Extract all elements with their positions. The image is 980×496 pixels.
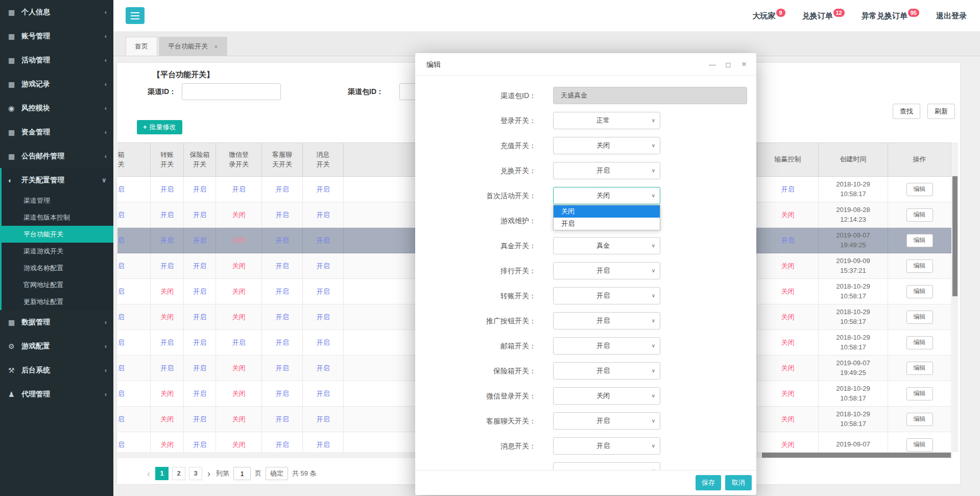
refresh-button[interactable]: 刷新 xyxy=(927,104,955,119)
sidebar-item[interactable]: ▦数据管理‹ xyxy=(0,310,113,334)
created-time-line: 10:58:17 xyxy=(819,394,888,404)
select-arrow-icon: ∨ xyxy=(652,338,655,354)
page-number-button[interactable]: 3 xyxy=(189,467,202,480)
modal-select[interactable]: 开启∨ xyxy=(553,337,660,355)
sidebar-subitem-active[interactable]: 平台功能开关 xyxy=(2,226,113,243)
select-value: 开启 xyxy=(554,162,660,179)
edit-button[interactable]: 编辑 xyxy=(906,285,933,298)
win-control-value: 关闭 xyxy=(781,339,795,346)
edit-button[interactable]: 编辑 xyxy=(906,311,933,324)
page-number-button[interactable]: 1 xyxy=(155,467,169,480)
dropdown-option[interactable]: 关闭 xyxy=(554,205,660,218)
edit-button[interactable]: 编辑 xyxy=(906,413,933,426)
goto-page-input[interactable] xyxy=(233,467,251,480)
switch-value: 开启 xyxy=(193,390,206,397)
switch-value: 开启 xyxy=(317,211,330,219)
tab-active[interactable]: 平台功能开关× xyxy=(159,37,227,56)
switch-cell: 开启 xyxy=(117,177,151,202)
close-icon[interactable]: × xyxy=(740,59,748,69)
sidebar-item[interactable]: ⚙游戏配置‹ xyxy=(0,334,113,358)
modal-select[interactable]: 开启∨ xyxy=(553,362,660,380)
created-time-line: 2019-09-07 xyxy=(819,231,888,241)
sidebar-item[interactable]: ▦账号管理‹ xyxy=(0,24,113,48)
sidebar-item[interactable]: ⚒后台系统‹ xyxy=(0,358,113,382)
modal-field-row: 兑换开关：开启∨ xyxy=(415,162,756,179)
edit-button[interactable]: 编辑 xyxy=(906,208,933,222)
sidebar-subitem[interactable]: 更新地址配置 xyxy=(2,293,113,310)
edit-button[interactable]: 编辑 xyxy=(906,387,933,400)
topbar-link[interactable]: 兑换订单12 xyxy=(802,11,844,21)
sidebar-toggle-button[interactable] xyxy=(126,7,145,24)
modal-select[interactable]: 开启∨ xyxy=(553,412,660,430)
modal-select[interactable]: 开启∨ xyxy=(553,437,660,455)
switch-cell: 开启 xyxy=(151,228,184,253)
modal-select[interactable]: ∨ xyxy=(553,462,660,470)
minimize-icon[interactable]: — xyxy=(708,60,716,68)
switch-cell: 开启 xyxy=(303,330,344,356)
vertical-scrollbar-thumb[interactable] xyxy=(952,176,958,296)
topbar-link[interactable]: 退出登录 xyxy=(936,11,967,21)
maximize-icon[interactable]: ◻ xyxy=(724,60,732,68)
modal-select[interactable]: 关闭∨ xyxy=(553,137,660,154)
chevron-left-icon: ‹ xyxy=(105,104,107,112)
batch-edit-button[interactable]: +批量修改 xyxy=(137,120,182,134)
tab[interactable]: 首页 xyxy=(126,37,157,56)
next-icon[interactable]: › xyxy=(206,467,212,480)
edit-button[interactable]: 编辑 xyxy=(906,259,933,273)
sidebar-subitem[interactable]: 游戏名称配置 xyxy=(2,259,113,276)
sidebar-subitem[interactable]: 渠道游戏开关 xyxy=(2,243,113,259)
switch-value: 开启 xyxy=(276,262,289,270)
modal-field-row: 排行开关：开启∨ xyxy=(415,262,756,279)
tab-close-icon[interactable]: × xyxy=(214,43,218,51)
topbar-link[interactable]: 异常兑换订单95 xyxy=(862,11,919,21)
goto-confirm-button[interactable]: 确定 xyxy=(266,467,288,480)
sidebar-subitem[interactable]: 渠道管理 xyxy=(2,192,113,209)
modal-select[interactable]: 开启∨ xyxy=(553,262,660,279)
modal-select[interactable]: 关闭∨ xyxy=(553,387,660,405)
switch-cell: 关闭 xyxy=(216,356,262,381)
edit-button[interactable]: 编辑 xyxy=(906,234,933,247)
sidebar-item[interactable]: ▦活动管理‹ xyxy=(0,48,113,72)
topbar-link[interactable]: 大玩家9 xyxy=(753,11,785,21)
sidebar-subitem[interactable]: 渠道包版本控制 xyxy=(2,209,113,226)
switch-value: 开启 xyxy=(193,339,206,346)
created-time-cell: 2019-09-07 xyxy=(819,432,888,453)
prev-icon[interactable]: ‹ xyxy=(146,467,152,480)
switch-cell: 开启 xyxy=(117,228,151,253)
switch-value: 开启 xyxy=(193,262,206,270)
switch-cell: 开启 xyxy=(262,253,303,279)
switch-cell: 开启 xyxy=(184,177,216,202)
modal-select[interactable]: 开启∨ xyxy=(553,312,660,329)
win-control-value: 关闭 xyxy=(781,211,795,219)
page-number-button[interactable]: 2 xyxy=(172,467,185,480)
win-control-cell: 开启 xyxy=(757,177,819,202)
sidebar-item[interactable]: ♟代理管理‹ xyxy=(0,382,113,406)
edit-button[interactable]: 编辑 xyxy=(906,336,933,349)
channel-id-input[interactable] xyxy=(182,83,281,100)
horizontal-scrollbar-thumb[interactable] xyxy=(762,453,951,458)
sidebar-subitem[interactable]: 官网地址配置 xyxy=(2,276,113,293)
modal-select[interactable]: 开启∨ xyxy=(553,287,660,304)
modal-header: 编辑 — ◻ × xyxy=(415,53,756,76)
modal-select[interactable]: 关闭∨ xyxy=(553,187,660,204)
switch-value: 开启 xyxy=(276,313,289,321)
sidebar-item[interactable]: ▦公告邮件管理‹ xyxy=(0,144,113,168)
sidebar-item[interactable]: ▦资金管理‹ xyxy=(0,120,113,144)
cancel-button[interactable]: 取消 xyxy=(725,475,752,490)
modal-select[interactable]: 真金∨ xyxy=(553,237,660,254)
modal-select[interactable]: 开启∨ xyxy=(553,162,660,179)
dropdown-option[interactable]: 开启 xyxy=(554,218,660,230)
edit-button[interactable]: 编辑 xyxy=(906,438,933,452)
sidebar-item[interactable]: ◉风控模块‹ xyxy=(0,96,113,120)
modal-window-buttons: — ◻ × xyxy=(708,53,748,76)
modal-select[interactable]: 正常∨ xyxy=(553,112,660,129)
sidebar-item[interactable]: ▦游戏记录‹ xyxy=(0,72,113,96)
edit-button[interactable]: 编辑 xyxy=(906,183,933,196)
created-time-line: 2018-10-29 xyxy=(819,333,888,343)
edit-button[interactable]: 编辑 xyxy=(906,362,933,375)
search-button[interactable]: 查找 xyxy=(893,104,920,119)
save-button[interactable]: 保存 xyxy=(696,475,721,490)
sidebar-item[interactable]: ◐开关配置管理∨ xyxy=(2,168,113,192)
sidebar-item[interactable]: ▦个人信息‹ xyxy=(0,0,113,24)
switch-cell: 开启 xyxy=(151,356,184,381)
